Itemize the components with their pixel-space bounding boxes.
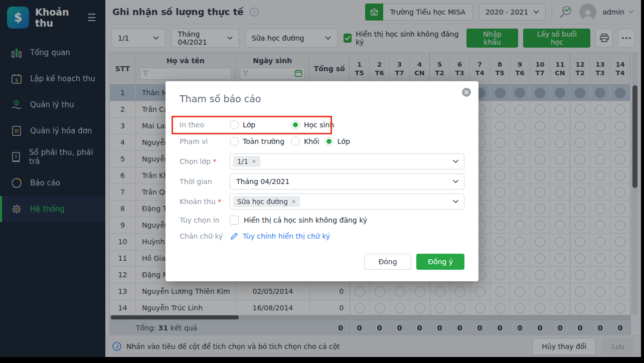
radio-icon: [325, 137, 334, 146]
required-asterisk: *: [218, 198, 221, 206]
signature-label: Chân chữ ký: [180, 232, 230, 240]
show-all-students-label: Hiển thị cả học sinh không đăng ký: [244, 216, 367, 224]
customize-signature-link[interactable]: Tùy chỉnh hiển thị chữ ký: [243, 232, 330, 240]
class-multiselect[interactable]: 1/1 ✕: [230, 153, 464, 169]
print-by-label: In theo: [180, 121, 230, 129]
fee-select-label: Khoản thu *: [180, 198, 230, 206]
radio-print-by-student[interactable]: Học sinh: [291, 120, 334, 129]
fee-tag: Sữa học đường ✕: [233, 196, 300, 207]
time-select[interactable]: Tháng 04/2021: [230, 173, 464, 190]
modal-close-button[interactable]: Đóng: [364, 254, 411, 270]
chevron-down-icon: [452, 159, 459, 163]
remove-tag-icon[interactable]: ✕: [291, 199, 296, 205]
radio-scope-class[interactable]: Lớp: [325, 137, 350, 146]
chevron-down-icon: [452, 200, 459, 204]
radio-label: Khối: [304, 137, 319, 145]
radio-icon: [291, 137, 300, 146]
fee-tag-value: Sữa học đường: [237, 198, 288, 206]
fee-multiselect[interactable]: Sữa học đường ✕: [230, 194, 464, 210]
close-icon[interactable]: [461, 87, 471, 99]
radio-scope-grade[interactable]: Khối: [291, 137, 319, 146]
required-asterisk: *: [213, 157, 216, 165]
radio-print-by-class[interactable]: Lớp: [230, 120, 286, 129]
modal-title: Tham số báo cáo: [180, 93, 261, 104]
modal-ok-button[interactable]: Đồng ý: [416, 254, 464, 270]
radio-label: Lớp: [338, 137, 350, 145]
remove-tag-icon[interactable]: ✕: [252, 158, 256, 165]
radio-label: Lớp: [243, 121, 255, 129]
report-params-modal: Tham số báo cáo In theo Lớp Học sinh Phạ…: [166, 81, 478, 281]
radio-icon: [230, 137, 239, 146]
class-select-label: Chọn lớp *: [180, 157, 230, 165]
radio-scope-school[interactable]: Toàn trường: [230, 137, 286, 146]
show-all-students-checkbox[interactable]: [230, 216, 239, 225]
time-value: Tháng 04/2021: [233, 177, 289, 186]
radio-icon: [230, 120, 239, 129]
scope-label: Phạm vi: [180, 137, 230, 145]
radio-label: Toàn trường: [243, 137, 284, 145]
time-select-label: Thời gian: [180, 177, 230, 186]
chevron-down-icon: [452, 179, 459, 184]
class-tag-value: 1/1: [237, 157, 248, 165]
app-window: $ Khoản thu ☰ Tổng quan$Lập kế hoạch thu…: [0, 0, 641, 357]
radio-icon: [291, 120, 300, 129]
radio-label: Học sinh: [304, 121, 334, 129]
pencil-icon: [230, 232, 239, 241]
class-tag: 1/1 ✕: [233, 156, 260, 167]
print-option-label: Tùy chọn in: [180, 216, 230, 224]
